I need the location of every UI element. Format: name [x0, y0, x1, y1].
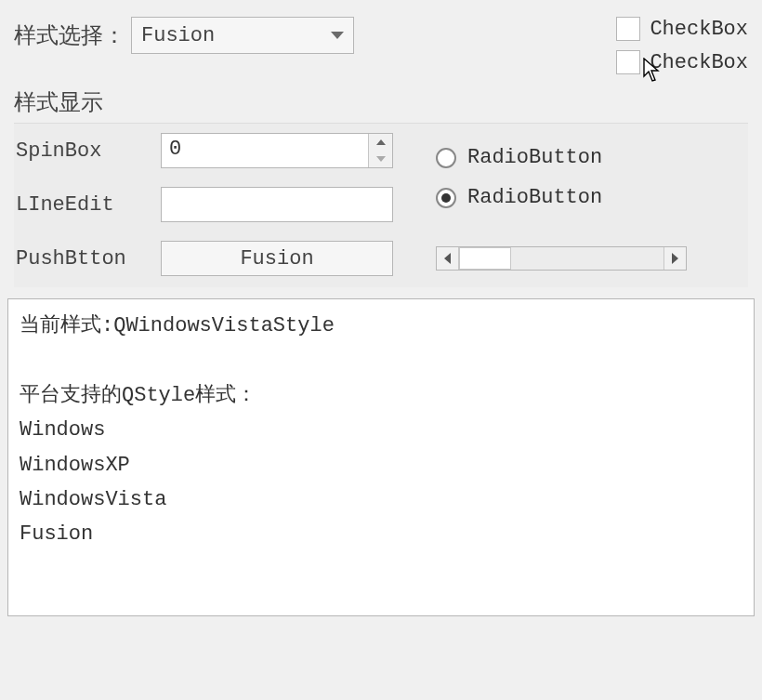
radiobutton-1[interactable]: RadioButton	[436, 146, 743, 169]
style-combobox[interactable]: Fusion	[131, 17, 354, 54]
radiobutton-1-label: RadioButton	[467, 146, 602, 169]
horizontal-scrollbar[interactable]	[436, 246, 687, 271]
scroll-right-button[interactable]	[663, 247, 686, 270]
lineedit-label: LIneEdit	[14, 193, 144, 217]
checkbox-1-label: CheckBox	[650, 18, 748, 41]
scroll-left-button[interactable]	[437, 247, 459, 270]
spinbox-value[interactable]: 0	[162, 134, 368, 167]
style-combobox-value: Fusion	[141, 24, 215, 47]
style-select-label: 样式选择：	[14, 17, 125, 50]
checkbox-box-icon	[616, 50, 640, 74]
section-title: 样式显示	[14, 87, 748, 117]
scrollbar-track[interactable]	[459, 247, 663, 270]
spinbox-down-button[interactable]	[369, 151, 392, 167]
pushbutton[interactable]: Fusion	[161, 241, 393, 276]
spinbox-label: SpinBox	[14, 139, 144, 163]
lineedit-input[interactable]	[161, 187, 393, 222]
spinbox-up-button[interactable]	[369, 134, 392, 151]
checkbox-box-icon	[616, 17, 640, 41]
spinbox[interactable]: 0	[161, 133, 393, 168]
output-textarea[interactable]: 当前样式:QWindowsVistaStyle 平台支持的QStyle样式： W…	[7, 298, 755, 616]
pushbutton-text: Fusion	[240, 247, 313, 271]
chevron-down-icon	[331, 32, 344, 39]
checkbox-2-label: CheckBox	[650, 51, 748, 74]
radiobutton-2-label: RadioButton	[467, 186, 602, 209]
radiobutton-2[interactable]: RadioButton	[436, 186, 743, 209]
scrollbar-thumb[interactable]	[459, 247, 511, 270]
pushbutton-label: PushBtton	[14, 247, 144, 271]
checkbox-1[interactable]: CheckBox	[616, 17, 748, 41]
radio-selected-icon	[436, 188, 456, 208]
checkbox-2[interactable]: CheckBox	[616, 50, 748, 74]
radio-icon	[436, 148, 456, 168]
